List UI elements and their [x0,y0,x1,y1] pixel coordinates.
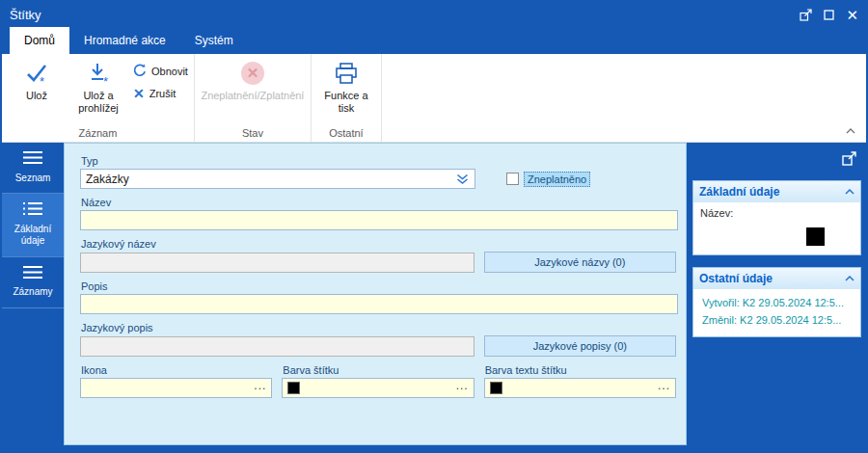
jazykovy-nazev-input[interactable] [80,253,475,273]
titlebar: Štítky ✕ [2,2,866,27]
window-controls: ✕ [800,8,858,22]
barva-textu-stitku-label: Barva textu štítku [485,364,676,376]
barva-textu-stitku-input[interactable]: ... [484,378,676,398]
nazev-label: Název [81,197,676,208]
functions-print-button[interactable]: Funkce a tisk [315,56,377,120]
typ-combobox[interactable]: Zakázky [80,169,475,189]
jazykove-nazvy-button[interactable]: Jazykové názvy (0) [484,252,676,273]
popis-input[interactable] [80,294,678,314]
panel-nazev-color-preview [806,227,825,246]
group-label-zaznam: Záznam [6,126,190,142]
right-info-panel: Základní údaje Název: Ostatní údaje [687,143,866,445]
stitky-window: Štítky ✕ Domů Hromadné akce Systém * Ulo [0,0,868,453]
save-arrow-icon: * [86,60,111,87]
cancel-button[interactable]: ✕ Zrušit [133,87,188,100]
ikona-label: Ikona [81,364,272,376]
window-maximize-icon[interactable] [824,10,834,20]
ribbon-group-zaznam: * Ulož * Ulož a prohlížej Obnovit [2,54,195,142]
ostatni-udaje-card-body: Vytvořil: K2 29.05.2024 12:5... Změnil: … [693,289,860,336]
invalidate-button-label: Zneplatnění/Zplatnění [201,90,304,102]
ostatni-udaje-card-title: Ostatní údaje [699,272,773,285]
tab-system[interactable]: Systém [180,27,248,54]
tab-hromadne-akce[interactable]: Hromadné akce [69,27,180,54]
ikona-input[interactable]: ... [80,378,272,398]
sidebar-item-seznam[interactable]: Seznam [2,143,64,194]
collapse-chevron-icon[interactable] [845,276,854,281]
sidebar-item-zaznamy[interactable]: Záznamy [2,257,64,308]
printer-icon [334,60,359,87]
barva-textu-stitku-swatch[interactable] [490,382,502,394]
window-close-icon[interactable]: ✕ [846,8,858,22]
ribbon-group-stav: ✕ Zneplatnění/Zplatnění Stav [195,54,312,142]
detail-list-icon [22,201,43,220]
barva-stitku-label: Barva štítku [283,364,474,376]
zakladni-udaje-card-title: Základní údaje [699,185,779,199]
jazykove-popisy-button[interactable]: Jazykové popisy (0) [484,335,676,357]
popis-label: Popis [81,280,676,292]
svg-text:*: * [40,74,44,86]
zneplatneno-checkbox[interactable] [506,173,519,185]
created-by-text: Vytvořil: K2 29.05.2024 12:5... [702,297,854,308]
nazev-input[interactable] [80,210,678,230]
barva-stitku-input[interactable]: ... [282,378,474,398]
group-label-ostatni: Ostatní [315,126,377,142]
save-button-label: Ulož [26,90,47,102]
ribbon-collapse-icon[interactable] [845,120,856,138]
sidebar-item-label: Záznamy [13,286,52,297]
jazykovy-popis-label: Jazykový popis [81,322,676,333]
cancel-x-icon: ✕ [133,87,145,100]
cancel-button-label: Zrušit [149,88,176,99]
window-body: Seznam Základní údaje Záznamy Typ [2,143,866,451]
barva-textu-stitku-ellipsis-button[interactable]: ... [658,381,670,396]
ostatni-udaje-card: Ostatní údaje Vytvořil: K2 29.05.2024 12… [692,267,861,337]
sidebar-item-label: Základní údaje [14,224,51,247]
zneplatneno-checkbox-label[interactable]: Zneplatněno [524,172,590,187]
typ-value: Zakázky [86,173,129,186]
collapse-chevron-icon[interactable] [845,189,854,195]
ribbon-group-ostatni: Funkce a tisk Ostatní [312,54,382,142]
typ-label: Typ [81,155,676,167]
sidebar-item-zakladni-udaje[interactable]: Základní údaje [2,194,64,257]
barva-stitku-swatch[interactable] [287,382,300,394]
changed-by-text: Změnil: K2 29.05.2024 12:5... [702,314,854,326]
svg-text:*: * [103,74,108,86]
sidebar-item-label: Seznam [15,173,51,183]
tab-domu[interactable]: Domů [10,27,69,54]
refresh-icon [133,64,147,79]
ikona-ellipsis-button[interactable]: ... [254,381,266,396]
save-and-view-button[interactable]: * Ulož a prohlížej [68,56,129,120]
ostatni-udaje-card-header[interactable]: Ostatní údaje [693,268,860,289]
refresh-button[interactable]: Obnovit [133,64,188,79]
panel-nazev-label: Název: [700,207,854,219]
window-title: Štítky [10,8,41,22]
save-check-icon: * [24,60,49,87]
jazykovy-nazev-label: Jazykový název [81,238,676,250]
save-button[interactable]: * Ulož [6,56,68,120]
list-icon [22,150,43,169]
records-icon [22,265,43,283]
barva-stitku-ellipsis-button[interactable]: ... [456,381,469,396]
zakladni-udaje-card-body: Název: [693,202,860,254]
dropdown-chevrons-icon[interactable] [455,173,470,185]
save-and-view-button-label: Ulož a prohlížej [69,90,127,115]
ribbon: * Ulož * Ulož a prohlížej Obnovit [2,54,866,143]
group-label-stav: Stav [199,126,307,142]
functions-print-button-label: Funkce a tisk [317,90,375,115]
left-sidebar: Seznam Základní údaje Záznamy [2,143,64,445]
invalidate-icon: ✕ [241,60,264,87]
invalidate-button[interactable]: ✕ Zneplatnění/Zplatnění [199,56,307,120]
main-form: Typ Zakázky Zneplatněno Název [64,143,687,445]
zakladni-udaje-card: Základní údaje Název: [692,180,861,255]
ribbon-tabbar: Domů Hromadné akce Systém [2,27,866,54]
window-float-icon[interactable] [800,9,812,21]
jazykovy-popis-input[interactable] [80,336,475,357]
zakladni-udaje-card-header[interactable]: Základní údaje [693,181,860,202]
refresh-button-label: Obnovit [151,66,188,77]
popout-panel-icon[interactable] [841,150,857,171]
